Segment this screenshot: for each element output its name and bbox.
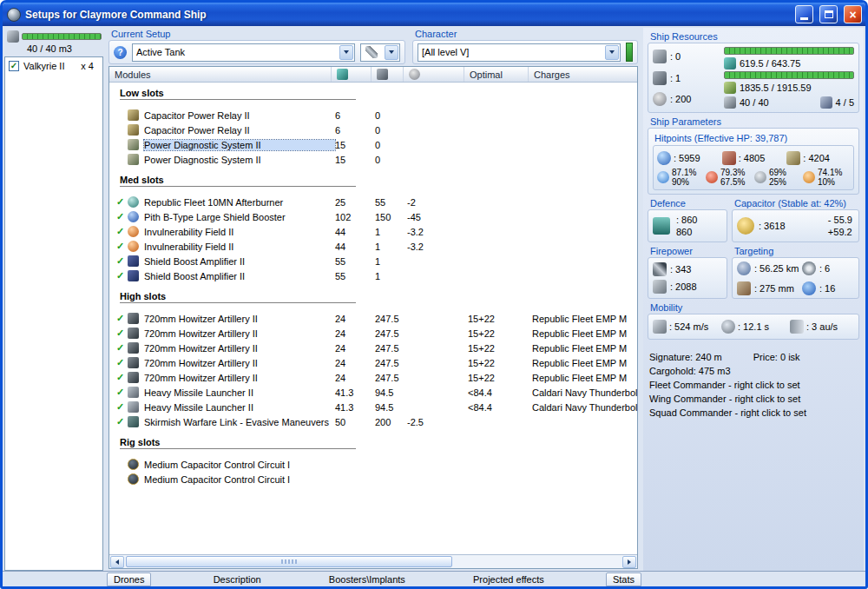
module-name: Shield Boost Amplifier II [144, 256, 335, 267]
cpu-value: 24 [335, 314, 375, 324]
module-row[interactable]: ✓Republic Fleet 10MN Afterburner2555-2 [113, 195, 637, 209]
module-row[interactable]: ✓Heavy Missile Launcher II41.394.5<84.4C… [113, 385, 637, 400]
module-row[interactable]: ✓720mm Howitzer Artillery II24247.515+22… [113, 311, 637, 326]
scroll-left-button[interactable] [110, 556, 124, 568]
character-select-arrow[interactable] [605, 45, 619, 60]
thermal-resist-icon [706, 171, 718, 183]
pg-value: 247.5 [375, 358, 407, 368]
module-row[interactable]: Medium Capacitor Control Circuit I [113, 472, 637, 486]
module-row[interactable]: Capacitor Power Relay II60 [113, 122, 637, 137]
ship-resources-box: : 0 : 1 : 200 619.5 / 643.75 1835.5 / 19… [648, 43, 859, 113]
maximize-button[interactable] [819, 5, 838, 23]
ship-stats-panel: Ship Resources : 0 : 1 : 200 619.5 / 643… [643, 28, 864, 571]
align-time-value: : 12.1 s [738, 321, 769, 332]
tab-drones[interactable]: Drones [107, 572, 151, 586]
thermal-shield-resist: 79.3% [720, 168, 745, 177]
module-icon [128, 387, 139, 398]
sensor-strength-icon [802, 281, 816, 295]
tools-dropdown[interactable] [360, 43, 400, 62]
column-cpu[interactable] [332, 67, 372, 82]
character-select[interactable]: [All level V] [418, 43, 621, 62]
cpu-value: 55 [335, 271, 375, 281]
cpu-value: 41.3 [335, 402, 375, 413]
module-name: 720mm Howitzer Artillery II [144, 328, 335, 339]
tab-projected-effects[interactable]: Projected effects [467, 572, 550, 586]
em-resist-icon [657, 171, 669, 183]
column-powergrid[interactable] [372, 67, 404, 82]
tab-stats[interactable]: Stats [606, 572, 641, 586]
column-modules[interactable]: Modules [109, 67, 332, 82]
titlebar[interactable]: Setups for Claymore Command Ship × [3, 3, 865, 26]
column-capacitor[interactable] [404, 67, 464, 82]
scan-resolution-icon [737, 281, 751, 295]
main-panel: Current Setup ? Active Tank [107, 28, 640, 571]
module-name: Capacitor Power Relay II [144, 110, 335, 121]
module-name: Power Diagnostic System II [144, 155, 335, 165]
setup-select-arrow[interactable] [339, 45, 353, 60]
module-row[interactable]: ✓Pith B-Type Large Shield Booster102150-… [113, 209, 637, 224]
close-button[interactable]: × [844, 5, 862, 23]
modules-table-header[interactable]: Modules Optimal Charges [109, 67, 637, 83]
em-armor-resist: 90% [672, 177, 696, 187]
fleet-commander-link[interactable]: Fleet Commander - right click to set [649, 378, 859, 392]
module-name: Skirmish Warfare Link - Evasive Maneuver… [144, 417, 335, 427]
wrench-icon [365, 46, 378, 58]
drone-list-item[interactable]: ✓ Valkyrie II x 4 [7, 60, 101, 72]
module-row[interactable]: ✓Heavy Missile Launcher II41.394.5<84.4C… [113, 400, 637, 414]
cpu-icon [337, 69, 348, 80]
powergrid-value: 1835.5 / 1915.59 [740, 83, 812, 93]
tab-description[interactable]: Description [207, 572, 267, 586]
module-row[interactable]: ✓720mm Howitzer Artillery II24247.515+22… [113, 326, 637, 341]
capacitor-usage-icon [409, 69, 420, 80]
module-icon [128, 196, 139, 208]
module-row[interactable]: ✓720mm Howitzer Artillery II24247.515+22… [113, 341, 637, 355]
launcher-hardpoint-icon [653, 71, 667, 85]
character-select-value: [All level V] [422, 47, 469, 57]
column-charges[interactable]: Charges [529, 67, 637, 82]
squad-commander-link[interactable]: Squad Commander - right click to set [649, 406, 859, 420]
setup-select[interactable]: Active Tank [132, 43, 355, 62]
module-row[interactable]: ✓720mm Howitzer Artillery II24247.515+22… [113, 370, 637, 385]
calibration-value: : 200 [670, 94, 691, 104]
hitpoints-label: Hitpoints (Effective HP: 39,787) [653, 132, 854, 144]
arrow-right-icon [628, 559, 631, 565]
ship-resources-label: Ship Resources [648, 30, 859, 43]
app-window: Setups for Claymore Command Ship × 40 / … [0, 0, 868, 589]
max-velocity-icon [653, 320, 667, 334]
help-icon[interactable]: ? [114, 46, 127, 59]
scroll-right-button[interactable] [622, 556, 636, 568]
cap-value: -2.5 [407, 417, 468, 427]
module-row[interactable]: Capacitor Power Relay II60 [113, 108, 637, 122]
dronebay-value: 40 / 40 [740, 97, 769, 108]
tab-boosters-implants[interactable]: Boosters\Implants [323, 572, 411, 586]
drone-quantity: x 4 [81, 61, 99, 71]
explosive-shield-resist: 74.1% [818, 168, 842, 177]
cpu-value: 24 [335, 373, 375, 383]
cpu-value: 50 [335, 417, 375, 427]
module-name: Medium Capacitor Control Circuit I [144, 474, 335, 485]
module-row[interactable]: ✓Invulnerability Field II441-3.2 [113, 224, 637, 239]
drone-list[interactable]: ✓ Valkyrie II x 4 [4, 56, 103, 571]
module-row[interactable]: ✓Invulnerability Field II441-3.2 [113, 239, 637, 254]
mobility-label: Mobility [648, 301, 859, 314]
powergrid-icon [377, 69, 388, 80]
module-row-selected[interactable]: Power Diagnostic System II150 [113, 137, 637, 152]
module-row[interactable]: ✓Skirmish Warfare Link - Evasive Maneuve… [113, 414, 637, 429]
module-row[interactable]: ✓Shield Boost Amplifier II551 [113, 254, 637, 268]
column-optimal[interactable]: Optimal [464, 67, 529, 82]
module-icon [128, 226, 139, 237]
module-row[interactable]: ✓Shield Boost Amplifier II551 [113, 268, 637, 283]
scrollbar-thumb[interactable] [126, 556, 452, 567]
cpu-value: 619.5 / 643.75 [740, 58, 800, 69]
cpu-value: 24 [335, 358, 375, 368]
powergrid-bar [724, 71, 854, 79]
module-row[interactable]: Power Diagnostic System II150 [113, 152, 637, 167]
horizontal-scrollbar[interactable] [109, 554, 637, 568]
wing-commander-link[interactable]: Wing Commander - right click to set [649, 392, 859, 406]
module-row[interactable]: ✓720mm Howitzer Artillery II24247.515+22… [113, 355, 637, 370]
drone-checkbox[interactable]: ✓ [9, 61, 19, 71]
tools-dropdown-arrow[interactable] [385, 45, 398, 60]
minimize-button[interactable] [795, 5, 813, 23]
module-row[interactable]: Medium Capacitor Control Circuit I [113, 457, 637, 472]
pg-value: 0 [375, 125, 407, 136]
